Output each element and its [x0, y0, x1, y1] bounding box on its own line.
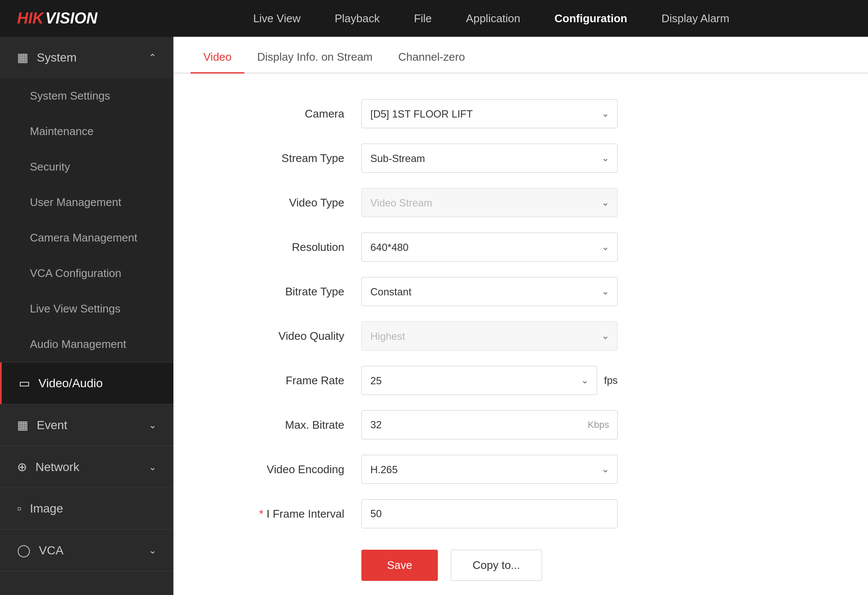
stream-type-label: Stream Type — [208, 152, 361, 165]
i-frame-label: I Frame Interval — [208, 507, 361, 521]
tab-video[interactable]: Video — [191, 50, 244, 74]
bitrate-type-select[interactable]: Constant — [361, 277, 618, 306]
sidebar-image-label: Image — [30, 502, 63, 515]
bitrate-type-label: Bitrate Type — [208, 285, 361, 298]
bitrate-type-row: Bitrate Type Constant ⌄ — [208, 277, 652, 306]
system-sub-items: System Settings Maintenance Security Use… — [0, 78, 173, 362]
video-encoding-select-wrapper: H.265 ⌄ — [361, 455, 618, 484]
frame-rate-input-group: 25 ⌄ fps — [361, 366, 618, 395]
nav-items: Live View Playback File Application Conf… — [132, 12, 851, 25]
nav-display-alarm[interactable]: Display Alarm — [661, 12, 729, 25]
sidebar-item-maintenance[interactable]: Maintenance — [0, 114, 173, 149]
video-type-label: Video Type — [208, 196, 361, 209]
bitrate-type-select-wrapper: Constant ⌄ — [361, 277, 618, 306]
system-icon: ▦ — [17, 50, 28, 65]
resolution-label: Resolution — [208, 241, 361, 254]
sidebar-item-security[interactable]: Security — [0, 149, 173, 185]
bitrate-type-control: Constant ⌄ — [361, 277, 618, 306]
logo-hik: HIK — [17, 9, 44, 27]
sidebar-section-event: ▦ Event ⌄ — [0, 404, 173, 446]
stream-type-select-wrapper: Sub-Stream ⌄ — [361, 144, 618, 173]
camera-control: [D5] 1ST FLOOR LIFT ⌄ — [361, 99, 618, 128]
video-quality-select-wrapper: Highest ⌄ — [361, 321, 618, 351]
camera-label: Camera — [208, 107, 361, 121]
system-chevron-icon: ⌃ — [149, 52, 156, 63]
logo-vision: VISION — [45, 9, 97, 27]
nav-application[interactable]: Application — [466, 12, 520, 25]
frame-rate-unit: fps — [604, 374, 618, 386]
sidebar-section-video-audio: ▭ Video/Audio — [0, 362, 173, 404]
tab-display-info[interactable]: Display Info. on Stream — [244, 50, 385, 74]
video-type-row: Video Type Video Stream ⌄ — [208, 188, 652, 217]
frame-rate-select[interactable]: 25 — [361, 366, 597, 395]
sidebar-item-user-management[interactable]: User Management — [0, 185, 173, 220]
main-content: Video Display Info. on Stream Channel-ze… — [173, 37, 868, 595]
layout: ▦ System ⌃ System Settings Maintenance S… — [0, 37, 868, 595]
sidebar-item-video-audio[interactable]: ▭ Video/Audio — [0, 362, 173, 404]
i-frame-control — [361, 499, 618, 528]
frame-rate-row: Frame Rate 25 ⌄ fps — [208, 366, 652, 395]
sidebar-section-image: ▫ Image — [0, 488, 173, 530]
image-icon: ▫ — [17, 502, 21, 515]
nav-file[interactable]: File — [414, 12, 432, 25]
video-type-select[interactable]: Video Stream — [361, 188, 618, 217]
video-audio-icon: ▭ — [19, 376, 30, 390]
stream-type-select[interactable]: Sub-Stream — [361, 144, 618, 173]
frame-rate-label: Frame Rate — [208, 374, 361, 387]
nav-live-view[interactable]: Live View — [253, 12, 301, 25]
sidebar-item-system-settings[interactable]: System Settings — [0, 78, 173, 114]
video-encoding-control: H.265 ⌄ — [361, 455, 618, 484]
frame-rate-control: 25 ⌄ fps — [361, 366, 618, 395]
max-bitrate-label: Max. Bitrate — [208, 418, 361, 432]
copy-to-button[interactable]: Copy to... — [451, 550, 542, 581]
vca-icon: ◯ — [17, 543, 30, 557]
resolution-control: 640*480 ⌄ — [361, 233, 618, 262]
resolution-select[interactable]: 640*480 — [361, 233, 618, 262]
sidebar-section-system: ▦ System ⌃ System Settings Maintenance S… — [0, 37, 173, 362]
video-quality-control: Highest ⌄ — [361, 321, 618, 351]
video-encoding-label: Video Encoding — [208, 463, 361, 476]
camera-select[interactable]: [D5] 1ST FLOOR LIFT — [361, 99, 618, 128]
video-quality-select[interactable]: Highest — [361, 321, 618, 351]
video-encoding-row: Video Encoding H.265 ⌄ — [208, 455, 652, 484]
video-encoding-select[interactable]: H.265 — [361, 455, 618, 484]
tab-channel-zero[interactable]: Channel-zero — [385, 50, 478, 74]
max-bitrate-control: Kbps — [361, 410, 618, 439]
stream-type-row: Stream Type Sub-Stream ⌄ — [208, 144, 652, 173]
sidebar-vca-label: VCA — [39, 544, 64, 557]
stream-type-control: Sub-Stream ⌄ — [361, 144, 618, 173]
max-bitrate-input[interactable] — [361, 410, 618, 439]
max-bitrate-unit: Kbps — [588, 419, 609, 430]
sidebar-section-network: ⊕ Network ⌄ — [0, 446, 173, 488]
nav-configuration[interactable]: Configuration — [554, 12, 627, 25]
sidebar-item-image[interactable]: ▫ Image — [0, 488, 173, 529]
sidebar-event-label: Event — [37, 418, 67, 432]
i-frame-input[interactable] — [361, 499, 618, 528]
sidebar-item-event[interactable]: ▦ Event ⌄ — [0, 404, 173, 446]
sidebar-item-audio-management[interactable]: Audio Management — [0, 327, 173, 362]
top-navigation: HIKVISION Live View Playback File Applic… — [0, 0, 868, 37]
sidebar-section-vca: ◯ VCA ⌄ — [0, 530, 173, 571]
network-icon: ⊕ — [17, 460, 27, 474]
event-chevron-icon: ⌄ — [149, 420, 156, 431]
nav-playback[interactable]: Playback — [334, 12, 380, 25]
video-type-select-wrapper: Video Stream ⌄ — [361, 188, 618, 217]
tabs: Video Display Info. on Stream Channel-ze… — [173, 37, 868, 74]
sidebar-item-vca[interactable]: ◯ VCA ⌄ — [0, 530, 173, 571]
sidebar-item-system[interactable]: ▦ System ⌃ — [0, 37, 173, 78]
resolution-row: Resolution 640*480 ⌄ — [208, 233, 652, 262]
video-quality-label: Video Quality — [208, 330, 361, 343]
sidebar-video-audio-label: Video/Audio — [38, 377, 103, 390]
vca-chevron-icon: ⌄ — [149, 545, 156, 556]
max-bitrate-input-group: Kbps — [361, 410, 618, 439]
save-button[interactable]: Save — [361, 550, 438, 581]
camera-row: Camera [D5] 1ST FLOOR LIFT ⌄ — [208, 99, 652, 128]
sidebar-item-vca-configuration[interactable]: VCA Configuration — [0, 256, 173, 291]
sidebar-item-camera-management[interactable]: Camera Management — [0, 220, 173, 256]
sidebar-item-network[interactable]: ⊕ Network ⌄ — [0, 446, 173, 488]
sidebar-item-live-view-settings[interactable]: Live View Settings — [0, 291, 173, 327]
sidebar-system-label: System — [37, 51, 76, 65]
button-row: Save Copy to... — [208, 550, 652, 581]
form-container: Camera [D5] 1ST FLOOR LIFT ⌄ Stream Type — [173, 74, 686, 595]
network-chevron-icon: ⌄ — [149, 462, 156, 473]
